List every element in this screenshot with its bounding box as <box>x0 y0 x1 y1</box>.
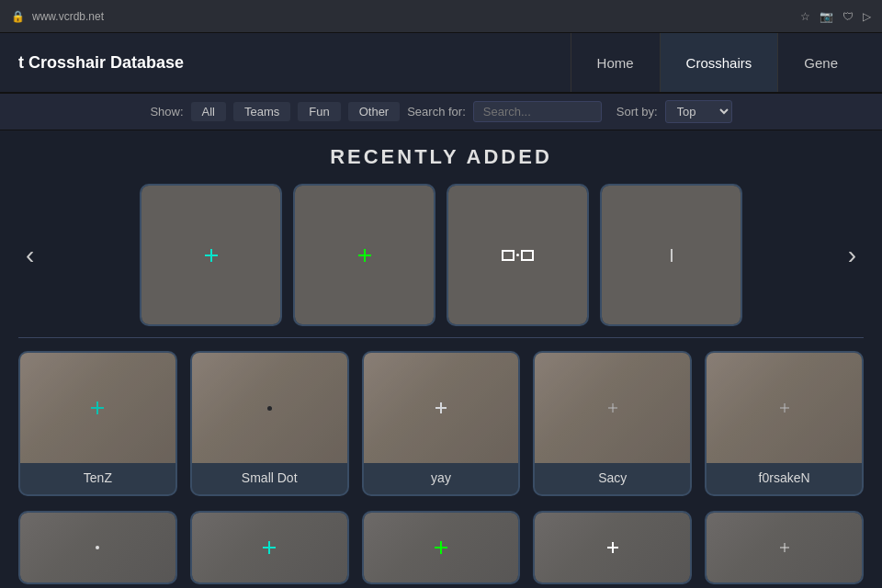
forsaken-crosshair-icon <box>780 403 789 413</box>
nav-crosshairs[interactable]: Crosshairs <box>660 33 778 92</box>
carousel-next[interactable]: › <box>841 241 864 270</box>
search-input[interactable] <box>473 101 602 122</box>
card-forsaken[interactable]: f0rsakeN <box>705 351 864 496</box>
bottom-3-crosshair-icon <box>435 541 447 554</box>
carousel-wrapper: ‹ <box>18 184 864 326</box>
filter-other[interactable]: Other <box>348 102 401 121</box>
sort-select[interactable]: Top New Name <box>665 100 732 123</box>
crosshair-boxes-icon <box>502 250 534 261</box>
filter-teams[interactable]: Teams <box>233 102 290 121</box>
crosshair-grid-bottom <box>18 511 864 584</box>
card-sacy-label: Sacy <box>535 463 690 494</box>
card-smalldot-image <box>192 353 347 463</box>
bottom-1-crosshair-icon <box>96 546 99 549</box>
card-bottom-2[interactable] <box>190 511 349 584</box>
card-sacy[interactable]: Sacy <box>533 351 692 496</box>
browser-bar: 🔒 www.vcrdb.net ☆ 📷 🛡 ▷ <box>0 0 882 33</box>
lock-icon: 🔒 <box>11 10 25 23</box>
filter-bar: Show: All Teams Fun Other Search for: So… <box>0 94 882 130</box>
crosshair-display-3 <box>448 186 587 324</box>
nav-links: Home Crosshairs Gene <box>571 33 864 92</box>
filter-fun[interactable]: Fun <box>298 102 340 121</box>
main-content: RECENTLY ADDED ‹ <box>0 130 882 588</box>
card-tenz[interactable]: TenZ <box>18 351 177 496</box>
search-label: Search for: <box>407 105 466 119</box>
card-bottom-3[interactable] <box>362 511 521 584</box>
card-yay[interactable]: yay <box>362 351 521 496</box>
divider <box>18 337 864 338</box>
sort-label: Sort by: <box>616 105 658 119</box>
crosshair-grid: TenZ Small Dot yay <box>18 351 864 496</box>
carousel-card-3[interactable] <box>447 184 589 326</box>
section-title: RECENTLY ADDED <box>18 145 864 169</box>
card-bottom-5[interactable] <box>705 511 864 584</box>
card-tenz-image <box>20 353 175 463</box>
cast-icon[interactable]: ▷ <box>863 10 871 23</box>
crosshair-display-1 <box>141 186 280 324</box>
top-nav: t Crosshair Database Home Crosshairs Gen… <box>0 33 882 94</box>
camera-icon[interactable]: 📷 <box>820 10 833 23</box>
url-bar[interactable]: www.vcrdb.net <box>32 10 104 23</box>
nav-home-label: Home <box>597 55 634 71</box>
shield-icon[interactable]: 🛡 <box>842 10 854 23</box>
carousel-card-4[interactable] <box>600 184 742 326</box>
show-label: Show: <box>150 105 183 119</box>
crosshair-display-2 <box>295 186 434 324</box>
browser-icons: ☆ 📷 🛡 ▷ <box>800 10 871 23</box>
card-forsaken-label: f0rsakeN <box>707 463 862 494</box>
carousel-prev[interactable]: ‹ <box>18 241 41 270</box>
bottom-4-crosshair-icon <box>607 542 618 553</box>
card-tenz-label: TenZ <box>20 463 175 494</box>
site-title: t Crosshair Database <box>18 53 571 73</box>
carousel-items <box>41 184 840 326</box>
card-forsaken-image <box>707 353 862 463</box>
nav-gene-label: Gene <box>804 55 838 71</box>
card-bottom-1[interactable] <box>18 511 177 584</box>
sacy-crosshair-icon <box>608 403 617 413</box>
nav-crosshairs-label: Crosshairs <box>686 55 752 71</box>
crosshair-green-icon <box>358 249 371 262</box>
card-yay-image <box>364 353 519 463</box>
card-smalldot-label: Small Dot <box>192 463 347 494</box>
filter-all[interactable]: All <box>191 102 226 121</box>
bottom-2-crosshair-icon <box>263 541 276 554</box>
card-bottom-4[interactable] <box>533 511 692 584</box>
card-smalldot[interactable]: Small Dot <box>190 351 349 496</box>
card-yay-label: yay <box>364 463 519 494</box>
crosshair-cyan-icon <box>205 249 218 262</box>
bottom-5-crosshair-icon <box>780 543 789 552</box>
crosshair-display-4 <box>602 186 741 324</box>
nav-home[interactable]: Home <box>571 33 660 92</box>
crosshair-vline-icon <box>671 249 673 262</box>
carousel-card-1[interactable] <box>140 184 282 326</box>
bookmark-icon[interactable]: ☆ <box>800 10 810 23</box>
nav-gene[interactable]: Gene <box>777 33 864 92</box>
card-sacy-image <box>535 353 690 463</box>
yay-crosshair-icon <box>435 402 447 413</box>
carousel-card-2[interactable] <box>293 184 435 326</box>
tenz-crosshair-icon <box>91 401 104 414</box>
smalldot-crosshair-icon <box>267 406 272 411</box>
